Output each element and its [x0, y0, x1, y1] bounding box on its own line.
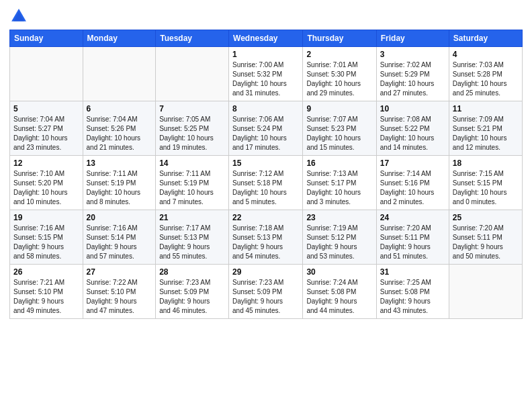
- calendar-cell: [449, 265, 522, 319]
- day-info: Sunrise: 7:02 AM Sunset: 5:29 PM Dayligh…: [380, 60, 445, 98]
- day-info: Sunrise: 7:23 AM Sunset: 5:09 PM Dayligh…: [159, 278, 225, 316]
- day-info: Sunrise: 7:19 AM Sunset: 5:12 PM Dayligh…: [306, 224, 372, 261]
- weekday-header-monday: Monday: [83, 30, 156, 47]
- weekday-header-friday: Friday: [376, 30, 449, 47]
- calendar-cell: [10, 47, 83, 101]
- calendar-cell: 30Sunrise: 7:24 AM Sunset: 5:08 PM Dayli…: [303, 265, 376, 319]
- day-info: Sunrise: 7:18 AM Sunset: 5:13 PM Dayligh…: [232, 224, 299, 261]
- day-number: 7: [159, 104, 225, 113]
- day-info: Sunrise: 7:10 AM Sunset: 5:20 PM Dayligh…: [13, 169, 79, 207]
- day-number: 8: [232, 104, 299, 113]
- calendar-cell: 10Sunrise: 7:08 AM Sunset: 5:22 PM Dayli…: [376, 101, 449, 156]
- calendar-cell: [83, 47, 156, 101]
- day-info: Sunrise: 7:15 AM Sunset: 5:15 PM Dayligh…: [453, 169, 519, 207]
- calendar-cell: 6Sunrise: 7:04 AM Sunset: 5:26 PM Daylig…: [83, 101, 156, 156]
- calendar-cell: 22Sunrise: 7:18 AM Sunset: 5:13 PM Dayli…: [229, 210, 303, 265]
- day-number: 10: [380, 104, 445, 113]
- calendar-cell: 25Sunrise: 7:20 AM Sunset: 5:11 PM Dayli…: [449, 210, 522, 265]
- day-number: 23: [306, 213, 372, 222]
- calendar-cell: 11Sunrise: 7:09 AM Sunset: 5:21 PM Dayli…: [449, 101, 522, 156]
- weekday-header-wednesday: Wednesday: [229, 30, 303, 47]
- day-number: 3: [380, 50, 445, 59]
- day-info: Sunrise: 7:24 AM Sunset: 5:08 PM Dayligh…: [306, 278, 372, 316]
- calendar-cell: 18Sunrise: 7:15 AM Sunset: 5:15 PM Dayli…: [449, 156, 522, 210]
- day-info: Sunrise: 7:06 AM Sunset: 5:24 PM Dayligh…: [232, 115, 299, 152]
- day-info: Sunrise: 7:20 AM Sunset: 5:11 PM Dayligh…: [453, 224, 519, 261]
- calendar-cell: [156, 47, 229, 101]
- day-info: Sunrise: 7:05 AM Sunset: 5:25 PM Dayligh…: [159, 115, 225, 152]
- day-number: 15: [232, 158, 299, 168]
- calendar-cell: 26Sunrise: 7:21 AM Sunset: 5:10 PM Dayli…: [10, 265, 83, 319]
- week-row-5: 26Sunrise: 7:21 AM Sunset: 5:10 PM Dayli…: [10, 265, 523, 319]
- day-number: 27: [87, 267, 152, 277]
- logo: [9, 7, 31, 26]
- calendar-cell: 7Sunrise: 7:05 AM Sunset: 5:25 PM Daylig…: [156, 101, 229, 156]
- day-info: Sunrise: 7:01 AM Sunset: 5:30 PM Dayligh…: [306, 60, 372, 98]
- day-number: 14: [159, 158, 225, 168]
- week-row-3: 12Sunrise: 7:10 AM Sunset: 5:20 PM Dayli…: [10, 156, 523, 210]
- day-number: 29: [232, 267, 299, 277]
- day-info: Sunrise: 7:11 AM Sunset: 5:19 PM Dayligh…: [87, 169, 152, 207]
- page: SundayMondayTuesdayWednesdayThursdayFrid…: [0, 0, 532, 411]
- day-number: 18: [453, 158, 519, 168]
- day-info: Sunrise: 7:00 AM Sunset: 5:32 PM Dayligh…: [232, 60, 299, 98]
- weekday-header-saturday: Saturday: [449, 30, 522, 47]
- weekday-header-tuesday: Tuesday: [156, 30, 229, 47]
- day-number: 20: [87, 213, 152, 222]
- calendar-cell: 29Sunrise: 7:23 AM Sunset: 5:09 PM Dayli…: [229, 265, 303, 319]
- day-info: Sunrise: 7:17 AM Sunset: 5:13 PM Dayligh…: [159, 224, 225, 261]
- day-number: 2: [306, 50, 372, 59]
- calendar-table: SundayMondayTuesdayWednesdayThursdayFrid…: [9, 30, 523, 319]
- day-info: Sunrise: 7:04 AM Sunset: 5:26 PM Dayligh…: [87, 115, 152, 152]
- day-info: Sunrise: 7:09 AM Sunset: 5:21 PM Dayligh…: [453, 115, 519, 152]
- day-info: Sunrise: 7:03 AM Sunset: 5:28 PM Dayligh…: [453, 60, 519, 98]
- weekday-header-sunday: Sunday: [10, 30, 83, 47]
- calendar-cell: 13Sunrise: 7:11 AM Sunset: 5:19 PM Dayli…: [83, 156, 156, 210]
- day-info: Sunrise: 7:13 AM Sunset: 5:17 PM Dayligh…: [306, 169, 372, 207]
- calendar-cell: 19Sunrise: 7:16 AM Sunset: 5:15 PM Dayli…: [10, 210, 83, 265]
- week-row-4: 19Sunrise: 7:16 AM Sunset: 5:15 PM Dayli…: [10, 210, 523, 265]
- weekday-header-row: SundayMondayTuesdayWednesdayThursdayFrid…: [10, 30, 523, 47]
- day-number: 13: [87, 158, 152, 168]
- day-number: 5: [13, 104, 79, 113]
- logo-icon: [9, 7, 28, 26]
- weekday-header-thursday: Thursday: [303, 30, 376, 47]
- day-info: Sunrise: 7:20 AM Sunset: 5:11 PM Dayligh…: [380, 224, 445, 261]
- calendar-cell: 12Sunrise: 7:10 AM Sunset: 5:20 PM Dayli…: [10, 156, 83, 210]
- day-number: 30: [306, 267, 372, 277]
- day-info: Sunrise: 7:22 AM Sunset: 5:10 PM Dayligh…: [87, 278, 152, 316]
- day-number: 25: [453, 213, 519, 222]
- calendar-cell: 3Sunrise: 7:02 AM Sunset: 5:29 PM Daylig…: [376, 47, 449, 101]
- day-info: Sunrise: 7:23 AM Sunset: 5:09 PM Dayligh…: [232, 278, 299, 316]
- day-number: 12: [13, 158, 79, 168]
- day-info: Sunrise: 7:08 AM Sunset: 5:22 PM Dayligh…: [380, 115, 445, 152]
- day-info: Sunrise: 7:12 AM Sunset: 5:18 PM Dayligh…: [232, 169, 299, 207]
- day-number: 19: [13, 213, 79, 222]
- header: [9, 7, 523, 26]
- calendar-cell: 20Sunrise: 7:16 AM Sunset: 5:14 PM Dayli…: [83, 210, 156, 265]
- day-number: 31: [380, 267, 445, 277]
- calendar-cell: 9Sunrise: 7:07 AM Sunset: 5:23 PM Daylig…: [303, 101, 376, 156]
- day-number: 6: [87, 104, 152, 113]
- day-number: 4: [453, 50, 519, 59]
- week-row-1: 1Sunrise: 7:00 AM Sunset: 5:32 PM Daylig…: [10, 47, 523, 101]
- day-number: 22: [232, 213, 299, 222]
- calendar-cell: 31Sunrise: 7:25 AM Sunset: 5:08 PM Dayli…: [376, 265, 449, 319]
- calendar-cell: 21Sunrise: 7:17 AM Sunset: 5:13 PM Dayli…: [156, 210, 229, 265]
- week-row-2: 5Sunrise: 7:04 AM Sunset: 5:27 PM Daylig…: [10, 101, 523, 156]
- day-info: Sunrise: 7:21 AM Sunset: 5:10 PM Dayligh…: [13, 278, 79, 316]
- calendar-cell: 2Sunrise: 7:01 AM Sunset: 5:30 PM Daylig…: [303, 47, 376, 101]
- calendar-cell: 28Sunrise: 7:23 AM Sunset: 5:09 PM Dayli…: [156, 265, 229, 319]
- day-info: Sunrise: 7:25 AM Sunset: 5:08 PM Dayligh…: [380, 278, 445, 316]
- calendar-cell: 17Sunrise: 7:14 AM Sunset: 5:16 PM Dayli…: [376, 156, 449, 210]
- day-number: 9: [306, 104, 372, 113]
- day-info: Sunrise: 7:16 AM Sunset: 5:15 PM Dayligh…: [13, 224, 79, 261]
- day-number: 11: [453, 104, 519, 113]
- day-info: Sunrise: 7:07 AM Sunset: 5:23 PM Dayligh…: [306, 115, 372, 152]
- calendar-cell: 16Sunrise: 7:13 AM Sunset: 5:17 PM Dayli…: [303, 156, 376, 210]
- calendar-cell: 1Sunrise: 7:00 AM Sunset: 5:32 PM Daylig…: [229, 47, 303, 101]
- calendar-cell: 14Sunrise: 7:11 AM Sunset: 5:19 PM Dayli…: [156, 156, 229, 210]
- day-number: 21: [159, 213, 225, 222]
- day-number: 24: [380, 213, 445, 222]
- calendar-cell: 15Sunrise: 7:12 AM Sunset: 5:18 PM Dayli…: [229, 156, 303, 210]
